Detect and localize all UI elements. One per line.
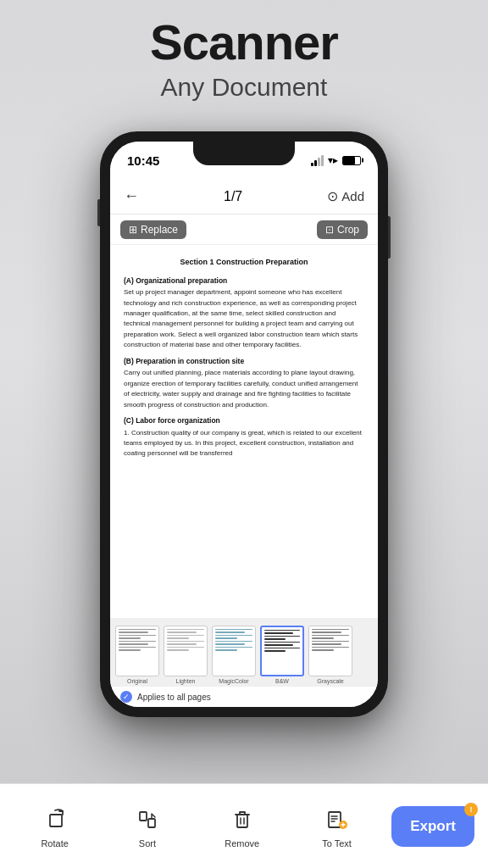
thumb-original-img bbox=[115, 626, 159, 676]
thumb-lines bbox=[309, 626, 352, 655]
svg-rect-1 bbox=[140, 812, 147, 821]
remove-icon bbox=[230, 808, 254, 832]
thumb-bw-img bbox=[260, 626, 304, 676]
filter-strip: Original bbox=[110, 618, 378, 686]
remove-tool[interactable]: Remove bbox=[225, 804, 259, 849]
filter-bw[interactable]: B&W bbox=[260, 626, 304, 684]
section-c-title: (C) Labor force organization bbox=[124, 415, 364, 426]
svg-rect-2 bbox=[148, 819, 155, 827]
filter-original[interactable]: Original bbox=[115, 626, 159, 684]
rotate-tool[interactable]: Rotate bbox=[40, 804, 70, 849]
thumb-lines bbox=[213, 626, 255, 655]
replace-icon: ⊞ bbox=[129, 224, 137, 236]
battery-icon bbox=[342, 156, 361, 165]
phone-notch bbox=[193, 142, 295, 165]
phone-frame: 10:45 ▾▸ ← 1/7 ⊙ Add bbox=[100, 131, 388, 717]
crop-label: Crop bbox=[337, 224, 359, 236]
replace-label: Replace bbox=[141, 224, 178, 236]
thumb-gray-img bbox=[308, 626, 352, 676]
replace-button[interactable]: ⊞ Replace bbox=[120, 220, 186, 239]
remove-label: Remove bbox=[225, 838, 259, 849]
filter-lighten[interactable]: Lighten bbox=[164, 626, 208, 684]
section-b-title: (B) Preparation in construction site bbox=[124, 356, 364, 367]
export-badge: ! bbox=[464, 803, 478, 816]
add-label: Add bbox=[341, 189, 364, 203]
to-text-label: To Text bbox=[322, 838, 352, 849]
export-button[interactable]: Export ! bbox=[391, 806, 474, 847]
svg-rect-0 bbox=[50, 815, 62, 826]
document-content: Section 1 Construction Preparation (A) O… bbox=[110, 245, 378, 618]
filter-grayscale[interactable]: Grayscale bbox=[308, 626, 352, 684]
bottom-toolbar: Rotate Sort bbox=[0, 783, 488, 868]
applies-text: Applies to all pages bbox=[137, 693, 211, 702]
svg-rect-3 bbox=[237, 815, 247, 827]
status-icons: ▾▸ bbox=[311, 154, 361, 166]
wifi-icon: ▾▸ bbox=[328, 154, 338, 166]
filter-original-label: Original bbox=[127, 678, 147, 684]
camera-icon: ⊙ bbox=[327, 188, 338, 204]
thumb-magic-img bbox=[212, 626, 256, 676]
to-text-icon bbox=[325, 808, 349, 832]
filter-grayscale-label: Grayscale bbox=[317, 678, 344, 684]
app-subtitle: Any Document bbox=[0, 73, 488, 102]
filter-magic[interactable]: MagicColor bbox=[212, 626, 256, 684]
back-button[interactable]: ← bbox=[124, 187, 139, 205]
phone-screen: 10:45 ▾▸ ← 1/7 ⊙ Add bbox=[110, 142, 378, 707]
app-title: Scanner bbox=[0, 15, 488, 70]
section-a-title: (A) Organizational preparation bbox=[124, 275, 364, 287]
add-button[interactable]: ⊙ Add bbox=[327, 188, 364, 204]
filter-lighten-label: Lighten bbox=[176, 678, 196, 684]
signal-icon bbox=[311, 155, 324, 166]
battery-fill bbox=[343, 157, 355, 164]
tool-buttons: Rotate Sort bbox=[0, 804, 391, 849]
section-b-text: Carry out unified planning, place materi… bbox=[124, 368, 364, 410]
svg-rect-4 bbox=[329, 812, 341, 827]
sort-icon-wrap bbox=[132, 804, 163, 835]
rotate-icon bbox=[43, 808, 67, 832]
filter-magic-label: MagicColor bbox=[219, 678, 248, 684]
rotate-icon-wrap bbox=[40, 804, 70, 835]
header-section: Scanner Any Document bbox=[0, 15, 488, 102]
section-a-text: Set up project manager department, appoi… bbox=[124, 287, 364, 350]
remove-icon-wrap bbox=[227, 804, 258, 835]
page-indicator: 1/7 bbox=[224, 189, 242, 204]
thumb-lines bbox=[116, 626, 158, 655]
sort-tool[interactable]: Sort bbox=[132, 804, 163, 849]
export-label: Export bbox=[410, 818, 456, 834]
applies-notice: ✓ Applies to all pages bbox=[110, 686, 378, 707]
sort-label: Sort bbox=[139, 838, 156, 849]
thumb-lighten-img bbox=[164, 626, 208, 676]
edit-toolbar: ⊞ Replace ⊡ Crop bbox=[110, 214, 378, 245]
phone-mockup: 10:45 ▾▸ ← 1/7 ⊙ Add bbox=[100, 131, 388, 717]
to-text-icon-wrap bbox=[322, 804, 352, 835]
section-c-text: 1. Construction quality of our company i… bbox=[124, 428, 364, 459]
check-icon: ✓ bbox=[120, 691, 132, 703]
status-time: 10:45 bbox=[127, 153, 159, 168]
to-text-tool[interactable]: To Text bbox=[322, 804, 352, 849]
filter-bw-label: B&W bbox=[275, 678, 289, 684]
thumb-lines bbox=[262, 627, 302, 656]
doc-title: Section 1 Construction Preparation bbox=[124, 257, 364, 269]
crop-button[interactable]: ⊡ Crop bbox=[317, 220, 368, 239]
crop-icon: ⊡ bbox=[325, 224, 334, 236]
rotate-label: Rotate bbox=[41, 838, 68, 849]
thumb-lines bbox=[164, 626, 207, 655]
sort-icon bbox=[136, 808, 159, 832]
nav-bar: ← 1/7 ⊙ Add bbox=[110, 179, 378, 214]
